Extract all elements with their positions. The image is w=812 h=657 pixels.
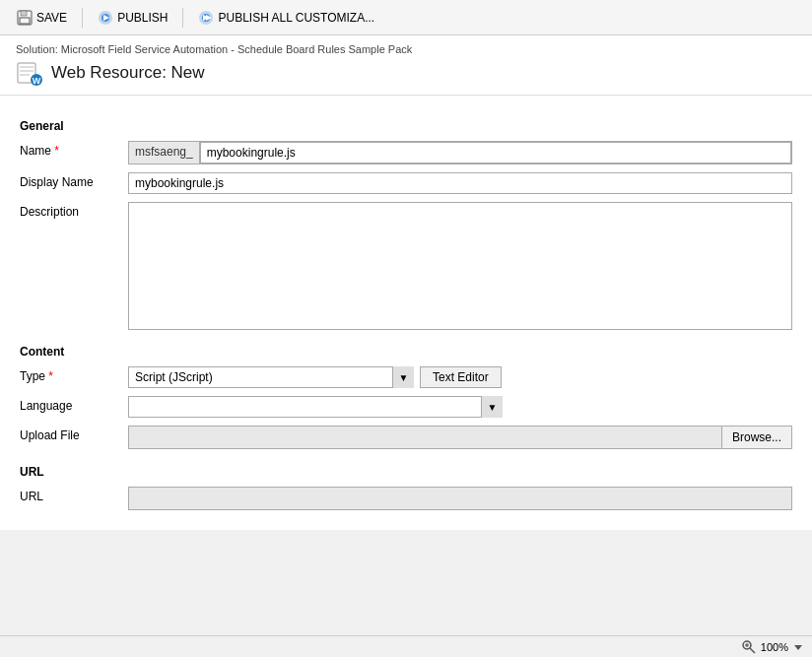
url-section-header: URL: [20, 465, 792, 479]
text-editor-button[interactable]: Text Editor: [420, 366, 502, 388]
url-input: [128, 487, 792, 510]
language-field: ▼: [128, 396, 792, 418]
upload-file-input[interactable]: [128, 426, 721, 449]
upload-file-label: Upload File: [20, 426, 128, 442]
main-content: General Name * msfsaeng_ Display Name De…: [0, 96, 812, 530]
display-name-field: [128, 172, 792, 194]
display-name-input[interactable]: [128, 172, 792, 194]
description-row: Description: [20, 202, 792, 333]
separator: [82, 8, 83, 28]
description-field: [128, 202, 792, 333]
display-name-row: Display Name: [20, 172, 792, 194]
toolbar: SAVE PUBLISH PUBLISH ALL CUSTOMIZA...: [0, 0, 812, 35]
description-label: Description: [20, 202, 128, 219]
page-title-row: W Web Resource: New: [16, 59, 796, 87]
upload-file-field: Browse...: [128, 426, 792, 449]
type-control-row: Script (JScript) HTML CSS XML ▼ Text Edi…: [128, 366, 792, 388]
language-row: Language ▼: [20, 396, 792, 418]
general-section-header: General: [20, 119, 792, 133]
publish-icon: [98, 10, 113, 26]
name-input[interactable]: [200, 142, 791, 164]
upload-file-row: Upload File Browse...: [20, 426, 792, 449]
url-label: URL: [20, 487, 128, 503]
type-required-star: *: [45, 369, 53, 383]
description-input[interactable]: [128, 202, 792, 330]
type-label: Type *: [20, 366, 128, 383]
publish-all-icon: [198, 10, 214, 26]
name-row: Name * msfsaeng_: [20, 141, 792, 164]
name-input-group: msfsaeng_: [128, 141, 792, 164]
solution-path: Solution: Microsoft Field Service Automa…: [16, 43, 796, 55]
save-label: SAVE: [36, 11, 67, 25]
save-icon: [17, 10, 33, 26]
separator2: [182, 8, 183, 28]
display-name-label: Display Name: [20, 172, 128, 189]
required-star: *: [51, 144, 59, 158]
publish-all-button[interactable]: PUBLISH ALL CUSTOMIZA...: [189, 6, 383, 30]
name-field: msfsaeng_: [128, 141, 792, 164]
upload-wrap: Browse...: [128, 426, 792, 449]
browse-button[interactable]: Browse...: [721, 426, 792, 449]
type-row: Type * Script (JScript) HTML CSS XML ▼ T…: [20, 366, 792, 388]
publish-all-label: PUBLISH ALL CUSTOMIZA...: [218, 11, 374, 25]
publish-button[interactable]: PUBLISH: [89, 6, 176, 30]
language-select[interactable]: [128, 396, 503, 418]
svg-rect-13: [20, 74, 30, 76]
svg-rect-12: [20, 70, 34, 72]
url-row: URL: [20, 487, 792, 510]
language-label: Language: [20, 396, 128, 413]
type-field: Script (JScript) HTML CSS XML ▼ Text Edi…: [128, 366, 792, 388]
save-button[interactable]: SAVE: [8, 6, 76, 30]
page-title: Web Resource: New: [51, 63, 205, 83]
svg-rect-1: [21, 11, 27, 16]
svg-rect-11: [20, 66, 34, 68]
publish-label: PUBLISH: [117, 11, 168, 25]
svg-rect-2: [20, 18, 30, 24]
language-select-wrap: ▼: [128, 396, 503, 418]
type-select-wrap: Script (JScript) HTML CSS XML ▼: [128, 366, 414, 388]
web-resource-icon: W: [16, 59, 43, 87]
content-section-header: Content: [20, 345, 792, 359]
name-label: Name *: [20, 141, 128, 158]
page-header: Solution: Microsoft Field Service Automa…: [0, 35, 812, 96]
name-prefix: msfsaeng_: [129, 142, 200, 164]
svg-text:W: W: [33, 76, 41, 86]
type-select[interactable]: Script (JScript) HTML CSS XML: [128, 366, 414, 388]
url-field: [128, 487, 792, 510]
